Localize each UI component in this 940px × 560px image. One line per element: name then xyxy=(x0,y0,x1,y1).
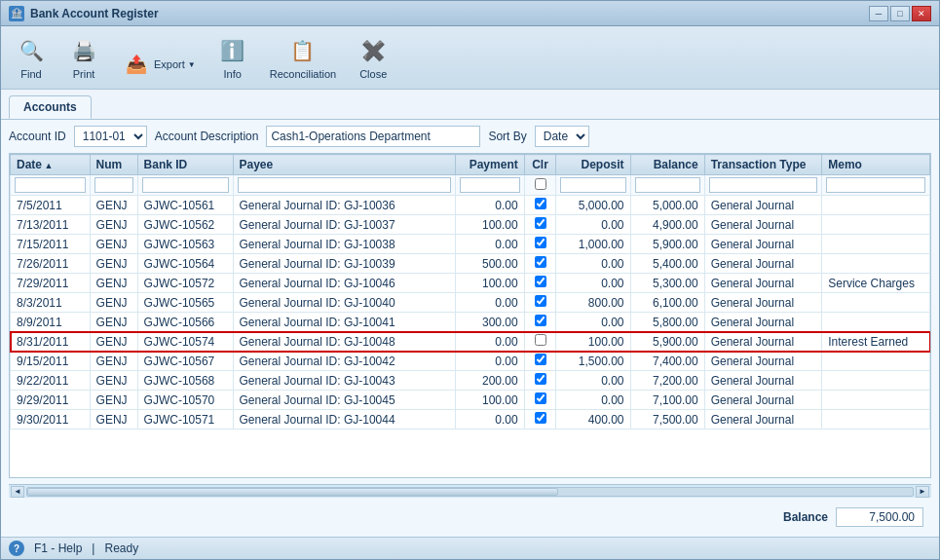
help-label[interactable]: F1 - Help xyxy=(34,541,82,555)
print-button[interactable]: 🖨️ Print xyxy=(61,31,106,84)
table-row[interactable]: 9/22/2011GENJGJWC-10568General Journal I… xyxy=(11,371,930,391)
col-clr[interactable]: Clr xyxy=(524,155,556,175)
account-id-select[interactable]: 1101-01 xyxy=(74,126,147,147)
table-cell: 100.00 xyxy=(456,274,525,293)
table-cell xyxy=(822,352,930,371)
close-window-button[interactable]: ✕ xyxy=(912,6,931,21)
reconciliation-button[interactable]: 📋 Reconciliation xyxy=(263,31,343,84)
clr-checkbox[interactable] xyxy=(535,295,546,307)
col-transaction-type[interactable]: Transaction Type xyxy=(704,155,822,175)
table-row[interactable]: 8/3/2011GENJGJWC-10565General Journal ID… xyxy=(11,293,930,313)
table-cell: GENJ xyxy=(90,371,137,391)
filter-memo-cell xyxy=(822,175,930,196)
filter-num-input[interactable] xyxy=(94,177,133,193)
table-cell: 0.00 xyxy=(556,391,630,410)
table-row[interactable]: 9/29/2011GENJGJWC-10570General Journal I… xyxy=(11,391,930,410)
info-button[interactable]: ℹ️ Info xyxy=(210,31,255,84)
col-deposit[interactable]: Deposit xyxy=(556,155,630,175)
table-cell: General Journal ID: GJ-10048 xyxy=(233,332,456,352)
table-row[interactable]: 8/31/2011GENJGJWC-10574General Journal I… xyxy=(11,332,930,352)
clr-checkbox[interactable] xyxy=(535,334,546,346)
col-memo[interactable]: Memo xyxy=(822,155,930,175)
account-desc-input[interactable] xyxy=(266,126,480,147)
balance-bar: Balance 7,500.00 xyxy=(9,504,931,531)
filter-balance-input[interactable] xyxy=(635,177,700,193)
maximize-button[interactable]: □ xyxy=(890,6,910,21)
table-row[interactable]: 9/30/2011GENJGJWC-10571General Journal I… xyxy=(11,410,930,429)
tab-accounts[interactable]: Accounts xyxy=(9,95,92,119)
table-cell: 100.00 xyxy=(456,391,525,410)
filter-date-input[interactable] xyxy=(15,177,86,193)
col-balance[interactable]: Balance xyxy=(630,155,704,175)
help-icon[interactable]: ? xyxy=(9,541,24,556)
table-row[interactable]: 7/29/2011GENJGJWC-10572General Journal I… xyxy=(11,274,930,293)
table-cell: 9/22/2011 xyxy=(11,371,91,391)
table-cell: General Journal ID: GJ-10037 xyxy=(233,215,456,235)
col-payment[interactable]: Payment xyxy=(456,155,525,175)
clr-checkbox[interactable] xyxy=(535,237,546,248)
status-separator: | xyxy=(92,541,94,555)
filter-balance-cell xyxy=(630,175,704,196)
close-button[interactable]: ✖️ Close xyxy=(351,31,395,84)
sort-by-label: Sort By xyxy=(488,130,526,143)
table-body: 7/5/2011GENJGJWC-10561General Journal ID… xyxy=(11,175,930,429)
clr-checkbox[interactable] xyxy=(535,276,546,287)
filter-clr-checkbox[interactable] xyxy=(535,178,546,190)
table-cell: GENJ xyxy=(90,332,137,352)
table-cell: 0.00 xyxy=(556,215,630,235)
table-row[interactable]: 7/5/2011GENJGJWC-10561General Journal ID… xyxy=(11,196,930,215)
table-row[interactable]: 7/26/2011GENJGJWC-10564General Journal I… xyxy=(11,254,930,274)
filter-payee-input[interactable] xyxy=(238,177,452,193)
find-button[interactable]: 🔍 Find xyxy=(9,31,54,84)
col-payee[interactable]: Payee xyxy=(233,155,456,175)
table-cell xyxy=(524,410,556,429)
filter-txtype-cell xyxy=(704,175,822,196)
table-cell: 0.00 xyxy=(456,410,525,429)
col-num[interactable]: Num xyxy=(90,155,137,175)
table-cell: General Journal ID: GJ-10039 xyxy=(233,254,456,274)
clr-checkbox[interactable] xyxy=(535,392,546,404)
filter-txtype-input[interactable] xyxy=(709,177,818,193)
clr-checkbox[interactable] xyxy=(535,198,546,209)
export-button[interactable]: 📤 Export ▼ xyxy=(114,45,203,84)
scroll-left-arrow[interactable]: ◄ xyxy=(11,486,24,498)
table-cell: 7/5/2011 xyxy=(11,196,91,215)
table-cell xyxy=(822,391,930,410)
clr-checkbox[interactable] xyxy=(535,315,546,326)
sort-by-select[interactable]: Date xyxy=(535,126,589,147)
clr-checkbox[interactable] xyxy=(535,412,546,424)
table-cell xyxy=(524,352,556,371)
scroll-track[interactable] xyxy=(26,487,914,497)
table-cell: General Journal ID: GJ-10042 xyxy=(233,352,456,371)
table-row[interactable]: 9/15/2011GENJGJWC-10567General Journal I… xyxy=(11,352,930,371)
minimize-button[interactable]: ─ xyxy=(869,6,888,21)
clr-checkbox[interactable] xyxy=(535,256,546,268)
scroll-right-arrow[interactable]: ► xyxy=(916,486,929,498)
close-label: Close xyxy=(359,68,387,80)
clr-checkbox[interactable] xyxy=(535,354,546,365)
clr-checkbox[interactable] xyxy=(535,217,546,229)
table-row[interactable]: 8/9/2011GENJGJWC-10566General Journal ID… xyxy=(11,313,930,332)
table-row[interactable]: 7/13/2011GENJGJWC-10562General Journal I… xyxy=(11,215,930,235)
table-cell: General Journal xyxy=(704,254,822,274)
filter-payment-input[interactable] xyxy=(460,177,520,193)
find-label: Find xyxy=(20,68,41,80)
table-cell: GENJ xyxy=(90,274,137,293)
table-cell: 7,400.00 xyxy=(630,352,704,371)
filter-row xyxy=(11,175,930,196)
clr-checkbox[interactable] xyxy=(535,373,546,385)
table-cell xyxy=(822,313,930,332)
col-bank-id[interactable]: Bank ID xyxy=(137,155,233,175)
table-cell: 7/15/2011 xyxy=(11,235,91,254)
filter-memo-input[interactable] xyxy=(826,177,925,193)
close-toolbar-icon: ✖️ xyxy=(357,35,389,66)
filter-bankid-input[interactable] xyxy=(142,177,229,193)
col-date[interactable]: Date xyxy=(11,155,91,175)
table-row[interactable]: 7/15/2011GENJGJWC-10563General Journal I… xyxy=(11,235,930,254)
table-cell: 9/30/2011 xyxy=(11,410,91,429)
scroll-thumb[interactable] xyxy=(27,488,558,496)
table-cell: Interest Earned xyxy=(822,332,930,352)
table-cell: 5,900.00 xyxy=(630,235,704,254)
filter-deposit-input[interactable] xyxy=(560,177,625,193)
table-cell: 1,500.00 xyxy=(556,352,630,371)
